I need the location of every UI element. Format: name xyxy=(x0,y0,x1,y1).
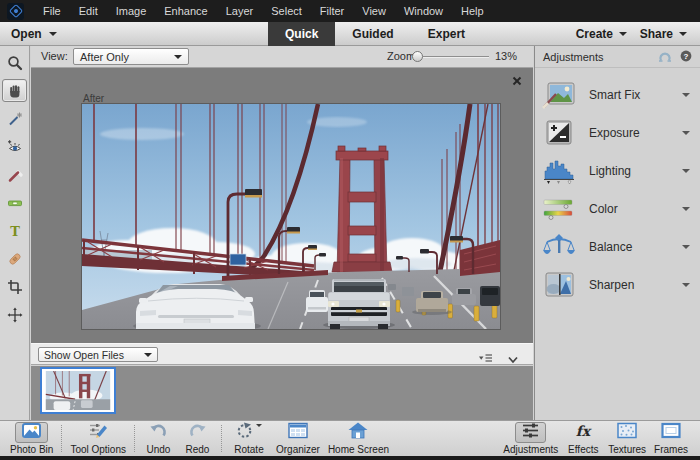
texture-icon xyxy=(617,422,637,443)
effects-button[interactable]: fx Effects xyxy=(562,421,604,456)
photoshop-elements-window: File Edit Image Enhance Layer Select Fil… xyxy=(0,0,700,460)
home-icon xyxy=(348,422,368,443)
adjustment-exposure[interactable]: Exposure xyxy=(535,114,700,152)
app-logo-icon xyxy=(7,3,24,20)
chevron-down-icon[interactable] xyxy=(682,245,690,249)
zoom-slider-handle[interactable] xyxy=(412,51,423,62)
photo-bin-button[interactable]: Photo Bin xyxy=(6,421,57,456)
tool-options-icon xyxy=(88,422,108,443)
rotate-button[interactable]: Rotate xyxy=(226,421,272,456)
zoom-value: 13% xyxy=(495,50,517,62)
show-open-files-dropdown[interactable]: Show Open Files xyxy=(38,347,158,362)
level-icon xyxy=(7,195,23,211)
magnifier-icon xyxy=(7,55,23,71)
adjustment-smart-fix[interactable]: Smart Fix xyxy=(535,76,700,114)
chevron-down-icon xyxy=(256,424,262,427)
create-button[interactable]: Create xyxy=(576,22,627,46)
tool-options-button[interactable]: Tool Options xyxy=(66,421,130,456)
frame-icon xyxy=(661,422,681,443)
separator xyxy=(61,425,62,452)
chevron-down-icon xyxy=(174,55,182,59)
fx-icon: fx xyxy=(572,422,594,443)
menu-select[interactable]: Select xyxy=(262,0,311,22)
svg-text:T: T xyxy=(10,223,20,238)
lighting-histogram-icon xyxy=(542,157,576,185)
share-button[interactable]: Share xyxy=(640,22,687,46)
type-T-icon: T xyxy=(7,223,23,239)
separator xyxy=(134,425,135,452)
redo-arrow-icon xyxy=(188,422,207,443)
frames-button[interactable]: Frames xyxy=(650,421,692,456)
menu-filter[interactable]: Filter xyxy=(311,0,353,22)
toothbrush-icon xyxy=(7,167,23,183)
tab-expert[interactable]: Expert xyxy=(411,22,482,46)
move-tool[interactable] xyxy=(2,303,27,326)
chevron-down-icon[interactable] xyxy=(682,93,690,97)
tool-palette: T xyxy=(0,46,30,420)
textures-button[interactable]: Textures xyxy=(604,421,650,456)
menu-bar: File Edit Image Enhance Layer Select Fil… xyxy=(0,0,700,22)
zoom-slider-track[interactable] xyxy=(423,56,489,58)
rotate-icon xyxy=(236,422,254,443)
mode-tab-bar: Open Quick Guided Expert Create Share xyxy=(0,22,700,46)
adjustments-button[interactable]: Adjustments xyxy=(499,421,562,456)
redo-button[interactable]: Redo xyxy=(178,421,217,456)
crop-tool[interactable] xyxy=(2,275,27,298)
chevron-down-icon xyxy=(619,32,627,36)
after-label: After xyxy=(83,93,104,104)
menu-edit[interactable]: Edit xyxy=(70,0,107,22)
home-screen-button[interactable]: Home Screen xyxy=(324,421,393,456)
close-icon[interactable] xyxy=(511,73,523,85)
adjustment-balance[interactable]: Balance xyxy=(535,228,700,266)
adjustments-panel-header: Adjustments ? xyxy=(535,46,700,68)
chevron-down-icon xyxy=(679,32,687,36)
menu-view[interactable]: View xyxy=(353,0,395,22)
undo-button[interactable]: Undo xyxy=(139,421,178,456)
view-mode-dropdown[interactable]: After Only xyxy=(73,48,189,65)
chevron-down-icon[interactable] xyxy=(682,207,690,211)
adjustment-lighting[interactable]: Lighting xyxy=(535,152,700,190)
sliders-icon xyxy=(521,422,540,443)
whiten-teeth-tool[interactable] xyxy=(2,163,27,186)
svg-text:fx: fx xyxy=(576,423,592,439)
menu-window[interactable]: Window xyxy=(395,0,452,22)
spot-healing-tool[interactable] xyxy=(2,247,27,270)
window-bottom-edge xyxy=(0,456,700,460)
photo-bin-icon xyxy=(21,422,42,443)
tab-guided[interactable]: Guided xyxy=(335,22,410,46)
organizer-button[interactable]: Organizer xyxy=(272,421,324,456)
move-cross-icon xyxy=(7,307,23,323)
photo-canvas-image[interactable] xyxy=(82,104,500,329)
type-tool[interactable]: T xyxy=(2,219,27,242)
menu-layer[interactable]: Layer xyxy=(217,0,263,22)
reset-arc-icon[interactable] xyxy=(658,50,672,64)
straighten-tool[interactable] xyxy=(2,191,27,214)
photo-bin xyxy=(31,366,533,420)
open-button[interactable]: Open xyxy=(11,22,57,46)
menu-image[interactable]: Image xyxy=(107,0,156,22)
photo-bin-header-bar: Show Open Files xyxy=(31,343,533,365)
eye-icon xyxy=(7,139,23,155)
menu-enhance[interactable]: Enhance xyxy=(155,0,216,22)
menu-file[interactable]: File xyxy=(34,0,70,22)
tab-quick[interactable]: Quick xyxy=(268,22,335,46)
bandaid-icon xyxy=(7,251,23,267)
adjustment-sharpen[interactable]: Sharpen xyxy=(535,266,700,304)
red-eye-removal-tool[interactable] xyxy=(2,135,27,158)
chevron-down-icon[interactable] xyxy=(682,169,690,173)
hand-tool[interactable] xyxy=(2,79,27,102)
adjustment-color[interactable]: Color xyxy=(535,190,700,228)
quick-selection-tool[interactable] xyxy=(2,107,27,130)
mode-tabs: Quick Guided Expert xyxy=(268,22,482,46)
chevron-down-icon[interactable] xyxy=(682,131,690,135)
zoom-tool[interactable] xyxy=(2,51,27,74)
chevron-down-icon[interactable] xyxy=(682,283,690,287)
bottom-taskbar: Photo Bin Tool Options Undo Redo Rotate … xyxy=(0,420,700,456)
panel-menu-icon[interactable] xyxy=(478,349,493,367)
adjustments-list: Smart Fix Exposure Lighting Color Ba xyxy=(535,76,700,304)
menu-help[interactable]: Help xyxy=(452,0,493,22)
photo-thumbnail[interactable] xyxy=(40,367,116,414)
help-icon[interactable]: ? xyxy=(680,50,692,64)
hand-icon xyxy=(7,83,23,99)
crop-icon xyxy=(7,279,23,295)
